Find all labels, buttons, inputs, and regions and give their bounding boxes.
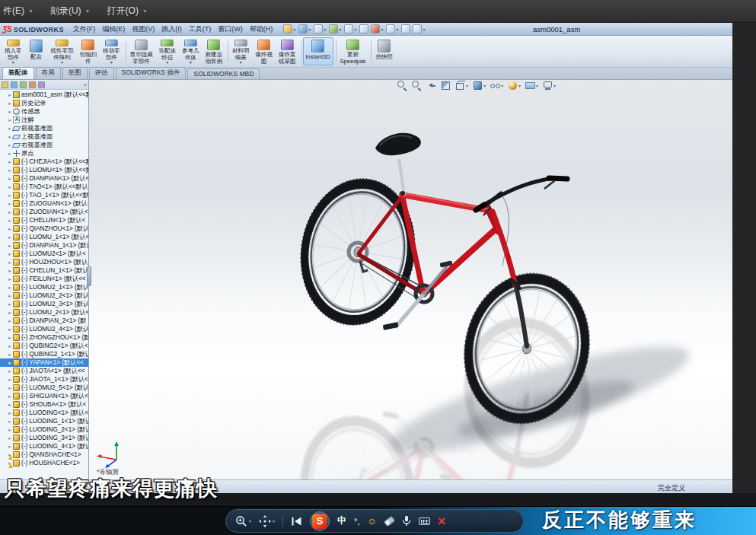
expand-caret-icon[interactable] [7, 402, 13, 408]
ime-language-toggle[interactable]: 中 [337, 514, 346, 527]
menubar-item[interactable]: 窗口(W) [218, 24, 243, 34]
chevron-down-icon[interactable]: ▾ [293, 27, 295, 32]
tree-item[interactable]: (-) CHEJIA<1> (默认<<默 [0, 158, 88, 166]
expand-caret-icon[interactable] [7, 218, 13, 224]
tree-item[interactable]: asm0001_asm (默认<<默 [0, 91, 88, 99]
player-menu-burn[interactable]: 刻录(U) ▼ [50, 5, 91, 18]
new-motion-study-button[interactable]: 新建运 动算例 ▾ [203, 37, 226, 65]
previous-view-icon[interactable]: ▾ [426, 81, 436, 91]
expand-caret-icon[interactable] [7, 285, 13, 291]
view-settings-icon[interactable]: ▾ [543, 81, 556, 91]
tree-item[interactable]: (-) CHELUN<1> (默认< [0, 216, 88, 225]
rebuild-icon[interactable] [386, 24, 395, 33]
expand-caret-icon[interactable] [7, 326, 13, 333]
tree-item[interactable]: (-) LUODING<1> (默认< [0, 409, 88, 417]
chevron-down-icon[interactable]: ▾ [308, 27, 311, 32]
tab-assemb[interactable]: 装配体 [2, 67, 34, 79]
chevron-down-icon[interactable]: ▾ [381, 27, 383, 32]
expand-caret-icon[interactable] [7, 251, 13, 257]
chevron-down-icon[interactable]: ▾ [396, 27, 398, 32]
ime-microphone-button[interactable] [402, 515, 411, 527]
bill-of-materials-button[interactable]: 材料明 细表 ▾ [229, 37, 253, 65]
player-menu-open[interactable]: 打开(O) ▼ [107, 5, 148, 18]
dimxpertmanager-tab[interactable] [29, 81, 36, 88]
explode-line-sketch-button[interactable]: 爆炸直 线草图 ▾ [276, 37, 299, 65]
tree-item[interactable]: (-) LUOMU2_1<1> (默认 [0, 283, 88, 291]
expand-caret-icon[interactable] [7, 100, 13, 107]
tree-item[interactable]: (-) ZUODIAN<1> (默认< [0, 208, 88, 216]
expand-caret-icon[interactable] [7, 410, 13, 416]
tree-item[interactable]: (-) LUOMU2_4<1> (默认 [0, 325, 88, 333]
tree-item[interactable]: 历史记录 [0, 99, 88, 107]
panel-splitter-handle[interactable] [87, 266, 91, 286]
tree-item[interactable]: (-) JIAOTA<1> (默认<< [0, 367, 88, 375]
tree-item[interactable]: (-) CHELUN_1<1> (默认 [0, 266, 88, 275]
tree-item[interactable]: (-) QIANSHACHE<1> [0, 451, 88, 459]
tree-item[interactable]: (-) DIANPIAN_2<1> (默 [0, 317, 88, 325]
expand-caret-icon[interactable] [7, 276, 13, 282]
expand-caret-icon[interactable] [7, 368, 13, 374]
expand-caret-icon[interactable] [7, 385, 13, 391]
configurationmanager-tab[interactable] [20, 81, 27, 88]
tree-item[interactable]: (-) HOUZHOU<1> (默认< [0, 258, 88, 266]
tree-item[interactable]: (-) LUOMU<1> (默认<<默 [0, 166, 88, 174]
smart-fasteners-button[interactable]: 智能扣 件 ▾ [77, 37, 100, 65]
new-document-icon[interactable] [283, 24, 292, 33]
expand-caret-icon[interactable] [7, 226, 13, 232]
menubar-item[interactable]: 帮助(H) [250, 24, 273, 34]
expand-caret-icon[interactable] [7, 92, 13, 98]
tree-item[interactable]: 注解 [0, 116, 88, 124]
tree-item[interactable]: 原点 [0, 149, 88, 158]
tree-item[interactable]: (-) LUODING_4<1> (默认 [0, 442, 88, 451]
expand-caret-icon[interactable] [7, 109, 13, 115]
file-properties-icon[interactable] [401, 24, 410, 33]
tree-item[interactable]: (-) ZUOGUAN<1> (默认< [0, 199, 88, 208]
tree-item[interactable]: (-) FEILUN<1> (默认<< [0, 275, 88, 283]
menubar-item[interactable]: 文件(F) [73, 24, 96, 34]
skip-to-start-button[interactable] [291, 516, 302, 527]
expand-caret-icon[interactable] [7, 268, 13, 274]
tab-solidworks-addins[interactable]: SOLIDWORKS 插件 [116, 67, 187, 79]
expand-caret-icon[interactable] [7, 444, 13, 450]
options-icon[interactable] [413, 24, 422, 33]
expand-caret-icon[interactable] [7, 193, 13, 199]
update-speedpak-button[interactable]: 更新 Speedpak ▾ [337, 37, 369, 65]
tab-solidworks-mbd[interactable]: SOLIDWORKS MBD [187, 68, 260, 79]
tree-item[interactable]: (-) SHOUBA<1> (默认< [0, 400, 88, 409]
expand-caret-icon[interactable] [7, 301, 13, 307]
ime-keyboard-button[interactable] [419, 517, 430, 525]
expand-caret-icon[interactable] [7, 310, 13, 316]
select-icon[interactable] [371, 24, 380, 33]
expand-caret-icon[interactable] [7, 419, 13, 425]
graphics-viewport[interactable]: ▾ ▾ ▾ [89, 80, 732, 479]
menubar-item[interactable]: 插入(I) [161, 24, 182, 34]
edit-appearance-icon[interactable]: ▾ [508, 81, 521, 91]
tree-item[interactable]: (-) LUOMU_1<1> (默认< [0, 233, 88, 241]
tab-layout[interactable]: 布局 [36, 67, 61, 79]
expand-caret-icon[interactable] [7, 393, 13, 400]
tree-item[interactable]: (-) TAO<1> (默认<<默认> [0, 183, 88, 191]
show-hidden-components-button[interactable]: 显示隐藏 零部件 ▾ [127, 37, 156, 65]
chevron-down-icon[interactable]: ▾ [339, 27, 341, 32]
expand-caret-icon[interactable] [7, 343, 13, 349]
view-orientation-icon[interactable]: ▾ [455, 81, 468, 91]
menubar-item[interactable]: 工具(T) [189, 24, 212, 34]
hide-show-items-icon[interactable]: ▾ [490, 81, 503, 91]
expand-caret-icon[interactable] [7, 293, 13, 299]
expand-caret-icon[interactable] [7, 209, 13, 215]
expand-caret-icon[interactable] [7, 167, 13, 174]
print-icon[interactable] [329, 24, 338, 33]
assembly-features-button[interactable]: 装配体 特征 ▾ [156, 37, 180, 65]
propertymanager-tab[interactable] [11, 81, 18, 88]
zoom-to-fit-icon[interactable]: ▾ [397, 81, 407, 91]
ime-emoji-button[interactable]: ☺ [368, 516, 377, 527]
tree-item[interactable]: (-) LUOMU2_5<1> (默认 [0, 384, 88, 392]
ime-handwriting-button[interactable] [384, 515, 395, 526]
exploded-view-button[interactable]: 爆炸视 图 ▾ [253, 37, 276, 65]
expand-caret-icon[interactable] [7, 159, 13, 165]
expand-caret-icon[interactable] [7, 352, 13, 358]
section-view-icon[interactable]: ▾ [441, 81, 451, 91]
tree-item[interactable]: (-) DIANPIAN<1> (默认< [0, 174, 88, 183]
expand-caret-icon[interactable] [7, 335, 13, 341]
menubar-item[interactable]: 视图(V) [132, 24, 155, 34]
